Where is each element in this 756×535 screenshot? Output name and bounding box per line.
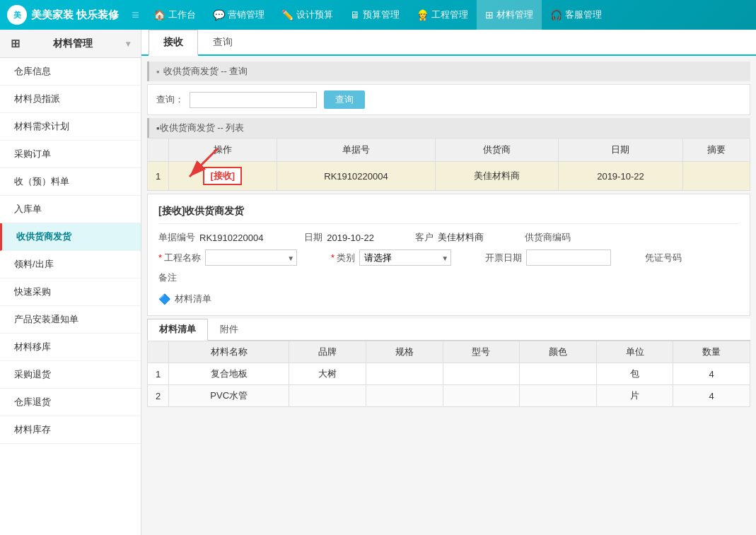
mat-row2-color xyxy=(520,385,597,407)
mat-col-spec: 规格 xyxy=(366,341,443,363)
nav-label-workbench: 工作台 xyxy=(168,8,196,21)
nav-label-budget: 预算管理 xyxy=(363,8,400,21)
table-row: 1 [接收] RK1910220004 美佳材料商 2019-10-22 xyxy=(148,162,750,191)
mat-row1-no: 1 xyxy=(148,363,169,385)
receive-button[interactable]: [接收] xyxy=(203,167,242,185)
design-icon: ✏️ xyxy=(281,9,293,20)
mat-row2-name: PVC水管 xyxy=(169,385,289,407)
field-doc-no: 单据编号 RK1910220004 xyxy=(158,231,263,244)
col-doc-no: 单据号 xyxy=(277,139,436,162)
category-label: 类别 xyxy=(337,252,355,264)
detail-row-1: 单据编号 RK1910220004 日期 2019-10-22 客户 美佳材料商… xyxy=(158,231,739,244)
headset-icon: 🎧 xyxy=(550,9,562,20)
nav-items: 🏠 工作台 💬 营销管理 ✏️ 设计预算 🖥 预算管理 👷 工程管理 ⊞ 材料管… xyxy=(145,0,749,30)
mat-col-model: 型号 xyxy=(443,341,520,363)
sidebar-item-receive-pre[interactable]: 收（预）料单 xyxy=(0,168,141,196)
sidebar-item-inventory[interactable]: 材料库存 xyxy=(0,416,141,444)
nav-label-marketing: 营销管理 xyxy=(228,8,264,21)
nav-label-engineering: 工程管理 xyxy=(431,8,468,21)
sidebar: ⊞ 材料管理 ▾ 仓库信息 材料员指派 材料需求计划 采购订单 收（预）料单 入… xyxy=(0,30,141,535)
field-customer: 客户 美佳材料商 xyxy=(415,231,484,244)
tab-receive[interactable]: 接收 xyxy=(149,30,198,56)
tab-query[interactable]: 查询 xyxy=(198,30,248,56)
col-no xyxy=(148,139,169,162)
sidebar-item-transfer[interactable]: 材料移库 xyxy=(0,334,141,361)
sub-tab-material-list[interactable]: 材料清单 xyxy=(147,319,208,341)
mat-row2-unit: 片 xyxy=(596,385,673,407)
project-select-wrapper[interactable]: ▼ xyxy=(205,249,297,266)
col-action: 操作 xyxy=(169,139,277,162)
doc-no-value: RK1910220004 xyxy=(199,233,263,243)
field-date: 日期 2019-10-22 xyxy=(304,231,374,244)
table-wrapper: 操作 单据号 供货商 日期 摘要 1 [接收] RK1910220004 xyxy=(147,138,750,191)
detail-row-2: * 工程名称 ▼ * 类别 请选择 xyxy=(158,249,739,266)
mat-row2-model xyxy=(443,385,520,407)
marketing-icon: 💬 xyxy=(213,9,225,20)
detail-title: [接收]收供货商发货 xyxy=(158,201,739,224)
chevron-down-icon: ▾ xyxy=(126,39,130,49)
customer-label: 客户 xyxy=(415,231,434,244)
query-section-title: 收供货商发货 -- 查询 xyxy=(163,65,248,78)
mat-row2-no: 2 xyxy=(148,385,169,407)
field-supplier-code: 供货商编码 xyxy=(525,231,575,244)
nav-item-budget[interactable]: 🖥 预算管理 xyxy=(342,0,408,30)
sidebar-item-warehouse-info[interactable]: 仓库信息 xyxy=(0,58,141,86)
sidebar-item-quick-purchase[interactable]: 快速采购 xyxy=(0,278,141,306)
nav-item-workbench[interactable]: 🏠 工作台 xyxy=(145,0,204,30)
row-doc-no: RK1910220004 xyxy=(277,162,436,191)
col-date: 日期 xyxy=(558,139,682,162)
mat-col-color: 颜色 xyxy=(520,341,597,363)
nav-item-materials[interactable]: ⊞ 材料管理 xyxy=(477,0,542,30)
sidebar-item-supplier-delivery[interactable]: 收供货商发货 xyxy=(0,223,141,251)
field-voucher: 凭证号码 xyxy=(645,252,686,264)
section-icon-query: ▪ xyxy=(156,66,160,77)
sidebar-item-staff-assign[interactable]: 材料员指派 xyxy=(0,86,141,113)
material-row-1: 1 复合地板 大树 包 4 xyxy=(148,363,750,385)
sidebar-item-storage[interactable]: 入库单 xyxy=(0,196,141,223)
mat-row2-brand xyxy=(289,385,366,407)
mat-col-name: 材料名称 xyxy=(169,341,289,363)
material-table: 材料名称 品牌 规格 型号 颜色 单位 数量 1 复合地板 大树 包 xyxy=(147,341,750,407)
material-row-2: 2 PVC水管 片 4 xyxy=(148,385,750,407)
search-button[interactable]: 查询 xyxy=(324,90,365,109)
project-select[interactable] xyxy=(205,249,297,266)
sidebar-item-purchase-order[interactable]: 采购订单 xyxy=(0,141,141,168)
mat-row1-qty: 4 xyxy=(673,363,750,385)
menu-icon[interactable]: ≡ xyxy=(132,8,139,23)
row-no: 1 xyxy=(148,162,169,191)
row-action[interactable]: [接收] xyxy=(169,162,277,191)
sub-tab-attachment[interactable]: 附件 xyxy=(208,319,250,340)
mat-row1-color xyxy=(520,363,597,385)
supplier-code-label: 供货商编码 xyxy=(525,231,571,244)
category-select-wrapper[interactable]: 请选择 ▼ xyxy=(359,249,451,266)
voucher-label: 凭证号码 xyxy=(645,252,682,264)
field-note: 备注 xyxy=(158,271,181,284)
date-value: 2019-10-22 xyxy=(327,233,374,243)
sidebar-item-purchase-return[interactable]: 采购退货 xyxy=(0,361,141,389)
row-date: 2019-10-22 xyxy=(558,162,682,191)
nav-item-design[interactable]: ✏️ 设计预算 xyxy=(273,0,342,30)
mat-row1-spec xyxy=(366,363,443,385)
field-invoice-date: 开票日期 xyxy=(485,249,611,266)
col-summary: 摘要 xyxy=(683,139,750,162)
nav-label-materials: 材料管理 xyxy=(496,8,533,21)
search-input[interactable] xyxy=(190,92,317,108)
nav-item-marketing[interactable]: 💬 营销管理 xyxy=(204,0,273,30)
sidebar-item-install-notice[interactable]: 产品安装通知单 xyxy=(0,306,141,334)
query-section-header: ▪ 收供货商发货 -- 查询 xyxy=(147,61,750,81)
nav-label-customer-service: 客服管理 xyxy=(565,8,602,21)
sidebar-item-warehouse-return[interactable]: 仓库退货 xyxy=(0,389,141,416)
mat-row2-spec xyxy=(366,385,443,407)
nav-item-engineering[interactable]: 👷 工程管理 xyxy=(408,0,477,30)
category-select[interactable]: 请选择 xyxy=(359,249,451,266)
invoice-date-input[interactable] xyxy=(526,249,611,266)
sidebar-title: 材料管理 xyxy=(53,37,93,50)
sidebar-item-demand-plan[interactable]: 材料需求计划 xyxy=(0,113,141,141)
required-star-category: * xyxy=(331,252,335,263)
budget-icon: 🖥 xyxy=(350,9,360,20)
material-header-row: 材料名称 品牌 规格 型号 颜色 单位 数量 xyxy=(148,341,750,363)
nav-item-customer-service[interactable]: 🎧 客服管理 xyxy=(542,0,610,30)
sidebar-item-outbound[interactable]: 领料/出库 xyxy=(0,251,141,278)
field-category: * 类别 请选择 ▼ xyxy=(331,249,451,266)
top-navigation: 美 美美家装 快乐装修 ≡ 🏠 工作台 💬 营销管理 ✏️ 设计预算 🖥 预算管… xyxy=(0,0,756,30)
